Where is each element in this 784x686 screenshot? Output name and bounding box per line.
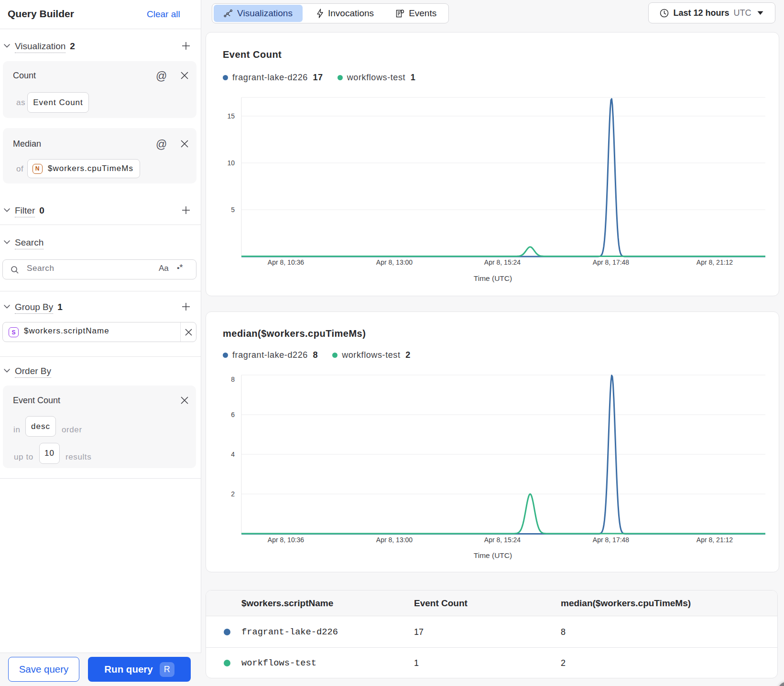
svg-text:Time (UTC): Time (UTC)	[474, 274, 512, 282]
svg-text:10: 10	[227, 159, 235, 167]
svg-text:Apr 8, 15:24: Apr 8, 15:24	[484, 536, 521, 544]
svg-text:Apr 8, 21:12: Apr 8, 21:12	[697, 536, 733, 544]
svg-text:Time (UTC): Time (UTC)	[474, 551, 512, 559]
svg-text:Apr 8, 21:12: Apr 8, 21:12	[697, 258, 733, 266]
svg-text:Apr 8, 10:36: Apr 8, 10:36	[268, 536, 304, 544]
svg-text:Apr 8, 17:48: Apr 8, 17:48	[593, 536, 629, 544]
svg-text:6: 6	[231, 411, 235, 418]
svg-text:Apr 8, 10:36: Apr 8, 10:36	[268, 258, 304, 266]
svg-text:15: 15	[227, 112, 235, 120]
svg-text:Apr 8, 17:48: Apr 8, 17:48	[593, 258, 629, 266]
svg-text:2: 2	[231, 490, 235, 498]
svg-text:Apr 8, 13:00: Apr 8, 13:00	[376, 258, 413, 266]
svg-text:Apr 8, 13:00: Apr 8, 13:00	[376, 536, 413, 544]
svg-text:5: 5	[231, 206, 235, 214]
svg-text:8: 8	[231, 375, 235, 383]
svg-text:4: 4	[231, 450, 235, 458]
svg-text:Apr 8, 15:24: Apr 8, 15:24	[484, 258, 521, 266]
